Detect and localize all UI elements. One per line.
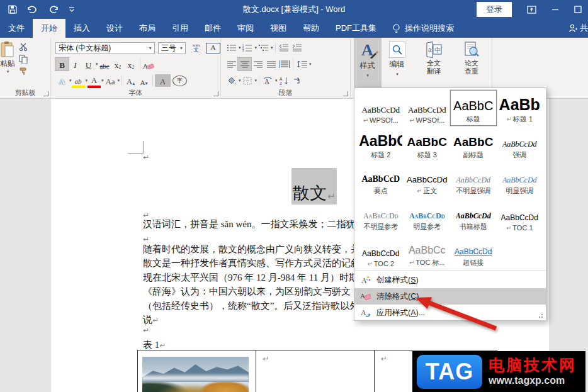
style-item-17[interactable]: AaBbCcDd↵TOC 2	[358, 233, 404, 269]
font-size-combobox[interactable]: 三号▾	[158, 42, 186, 54]
tell-me-search[interactable]: 操作说明搜索	[392, 19, 454, 38]
tab-布局[interactable]: 布局	[131, 19, 164, 38]
table-cell[interactable]: ↵	[256, 350, 374, 392]
table-cell-image[interactable]	[138, 350, 256, 392]
minimize-icon[interactable]	[551, 6, 559, 13]
style-item-19[interactable]: AaBbCcDd超链接	[450, 233, 497, 269]
style-item-1[interactable]: AaBbCcDd↵WPSOf...	[358, 90, 404, 126]
font-name-dropdown-icon[interactable]: ▾	[147, 45, 152, 51]
underline-button[interactable]: U	[82, 58, 95, 70]
text-effects-button[interactable]: A	[55, 74, 69, 87]
style-item-8[interactable]: AaBbCcDd强调	[497, 126, 543, 162]
distribute-icon[interactable]	[278, 58, 291, 70]
sign-in-button[interactable]: 登录	[477, 2, 512, 17]
style-item-16[interactable]: AaBbCcDd↵TOC 1	[497, 198, 543, 233]
undo-button[interactable]: ▾	[26, 5, 40, 14]
ribbon-tab-row: 文件开始插入设计布局引用邮件审阅视图帮助PDF工具集 操作说明搜索 共	[0, 19, 588, 38]
tab-邮件[interactable]: 邮件	[196, 19, 229, 38]
style-item-4[interactable]: AaBb↵标题 1	[497, 90, 543, 126]
style-item-10[interactable]: AaBbCcDd↵正文	[404, 162, 451, 198]
tab-帮助[interactable]: 帮助	[295, 19, 327, 38]
grow-font-button[interactable]: A▴	[124, 74, 137, 87]
shading-bucket-icon[interactable]	[225, 74, 238, 87]
tab-开始[interactable]: 开始	[33, 19, 65, 38]
menu-item-创建样式[interactable]: A创建样式(S)	[354, 272, 546, 288]
style-sample: AaBb	[499, 96, 540, 113]
share-button[interactable]: 共	[568, 19, 588, 38]
tab-设计[interactable]: 设计	[98, 19, 131, 38]
style-item-3[interactable]: AaBbC标题	[450, 90, 497, 126]
undo-dropdown-icon[interactable]: ▾	[38, 7, 40, 12]
style-item-14[interactable]: AaBbCcDd明显参考	[404, 198, 451, 233]
style-item-11[interactable]: AaBbCcDd不明显强调	[450, 162, 497, 198]
style-item-18[interactable]: AaBbCc↵TOC 标...	[404, 233, 451, 269]
clipboard-dialog-launcher-icon[interactable]	[43, 91, 48, 96]
justify-icon[interactable]	[264, 58, 278, 70]
paragraph-dialog-launcher-icon[interactable]	[343, 91, 348, 96]
change-case-dropdown-icon[interactable]: ▾	[118, 78, 120, 83]
copy-icon[interactable]	[19, 55, 28, 64]
borders-icon[interactable]	[241, 74, 254, 87]
redo-icon[interactable]	[50, 5, 59, 14]
increase-indent-icon[interactable]	[291, 42, 304, 54]
paste-button[interactable]: 粘贴 ▾	[0, 38, 15, 76]
superscript-button[interactable]: x2	[125, 58, 138, 70]
clear-all-formatting-icon[interactable]: A	[142, 58, 155, 70]
character-shading-button[interactable]: A	[155, 74, 171, 87]
align-right-icon[interactable]	[251, 58, 264, 70]
subscript-button[interactable]: x2	[111, 58, 125, 70]
asian-layout-icon[interactable]: A	[261, 74, 274, 87]
tab-视图[interactable]: 视图	[262, 19, 295, 38]
line-spacing-icon[interactable]	[295, 58, 308, 70]
multilevel-list-icon[interactable]	[257, 42, 270, 54]
style-item-9[interactable]: AaBbCcD要点	[358, 162, 404, 198]
panel-resize-grip[interactable]	[538, 313, 543, 318]
bullets-icon[interactable]	[225, 42, 238, 54]
sort-icon[interactable]: AZ	[278, 74, 291, 87]
bold-button[interactable]: B	[55, 58, 69, 70]
tab-引用[interactable]: 引用	[164, 19, 196, 38]
customize-toolbar-icon[interactable]	[69, 6, 75, 13]
style-sample: AaBbCcDd	[502, 176, 537, 184]
phonetic-guide-button[interactable]: wén文	[189, 42, 203, 54]
enclose-characters-button[interactable]: 字	[172, 76, 187, 86]
strikethrough-button[interactable]: abc	[98, 58, 111, 70]
tab-审阅[interactable]: 审阅	[229, 19, 262, 38]
tab-PDF工具集[interactable]: PDF工具集	[327, 19, 385, 38]
italic-button[interactable]: I	[69, 58, 82, 70]
style-item-2[interactable]: AaBbCcDd↵WPSOf...	[404, 90, 451, 126]
font-dialog-launcher-icon[interactable]	[213, 91, 218, 96]
text-highlight-button[interactable]: ab	[72, 73, 85, 88]
numbering-icon[interactable]: 123	[241, 42, 254, 54]
paste-dropdown-icon[interactable]: ▾	[7, 69, 9, 74]
style-item-7[interactable]: AaBbC副标题	[450, 126, 497, 162]
style-item-6[interactable]: AaBbC标题 3	[404, 126, 451, 162]
style-item-15[interactable]: AaBbCcDd书籍标题	[450, 198, 497, 233]
font-size-dropdown-icon[interactable]: ▾	[178, 45, 183, 51]
document-title-selected[interactable]: 散文↵	[291, 168, 337, 204]
styles-dropdown-icon[interactable]: ▾	[366, 73, 369, 78]
cut-icon[interactable]	[19, 43, 28, 51]
ribbon-tabs: 文件开始插入设计布局引用邮件审阅视图帮助PDF工具集	[0, 19, 385, 38]
show-hide-marks-icon[interactable]	[291, 74, 304, 87]
ribbon-display-options-icon[interactable]	[527, 6, 536, 14]
align-center-icon[interactable]	[238, 58, 251, 70]
editing-dropdown-icon[interactable]: ▾	[396, 72, 399, 77]
decrease-indent-icon[interactable]	[278, 42, 291, 54]
style-item-12[interactable]: AaBbCcDd明显强调	[497, 162, 543, 198]
mountain-photo[interactable]	[142, 357, 249, 392]
tab-文件[interactable]: 文件	[0, 19, 33, 38]
style-item-5[interactable]: AaBbC标题 2	[358, 126, 404, 162]
change-case-button[interactable]: Aa	[104, 74, 117, 87]
align-left-icon[interactable]	[225, 58, 238, 70]
shrink-font-button[interactable]: A▾	[137, 74, 150, 87]
tab-插入[interactable]: 插入	[65, 19, 98, 38]
title-bar: ▾ 散文.docx [兼容模式] - Word 登录	[0, 0, 588, 19]
format-painter-icon[interactable]	[19, 67, 28, 76]
character-border-button[interactable]: A	[206, 43, 220, 53]
maximize-icon[interactable]	[574, 6, 582, 13]
font-name-combobox[interactable]: 宋体 (中文标题)▾	[55, 42, 155, 54]
font-color-button[interactable]: A	[88, 73, 101, 88]
save-icon[interactable]	[8, 5, 17, 14]
style-item-13[interactable]: AaBbCcDd不明显参考	[358, 198, 404, 233]
